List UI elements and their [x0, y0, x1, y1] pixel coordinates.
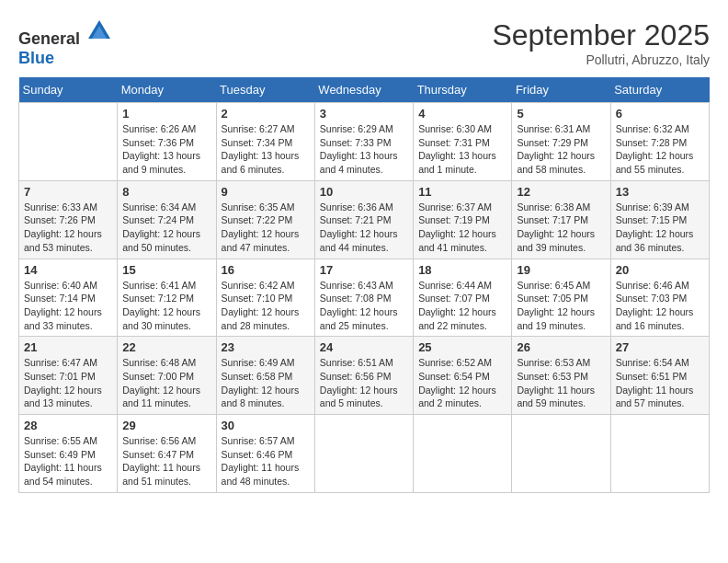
calendar-cell: 8Sunrise: 6:34 AM Sunset: 7:24 PM Daylig… — [118, 180, 216, 259]
day-info: Sunrise: 6:45 AM Sunset: 7:05 PM Dayligh… — [517, 279, 605, 333]
calendar-cell: 18Sunrise: 6:44 AM Sunset: 7:07 PM Dayli… — [414, 259, 512, 337]
day-info: Sunrise: 6:43 AM Sunset: 7:08 PM Dayligh… — [320, 279, 408, 333]
day-info: Sunrise: 6:35 AM Sunset: 7:22 PM Dayligh… — [222, 201, 310, 255]
day-info: Sunrise: 6:47 AM Sunset: 7:01 PM Dayligh… — [24, 356, 112, 410]
weekday-header: Wednesday — [314, 77, 413, 103]
day-number: 9 — [222, 185, 310, 199]
calendar-cell: 4Sunrise: 6:30 AM Sunset: 7:31 PM Daylig… — [414, 103, 512, 181]
day-info: Sunrise: 6:38 AM Sunset: 7:17 PM Dayligh… — [517, 201, 605, 255]
calendar-cell: 27Sunrise: 6:54 AM Sunset: 6:51 PM Dayli… — [610, 337, 709, 415]
calendar-week-row: 28Sunrise: 6:55 AM Sunset: 6:49 PM Dayli… — [19, 415, 710, 493]
calendar-week-row: 1Sunrise: 6:26 AM Sunset: 7:36 PM Daylig… — [19, 103, 710, 181]
day-info: Sunrise: 6:56 AM Sunset: 6:47 PM Dayligh… — [122, 434, 210, 488]
day-number: 20 — [616, 263, 704, 277]
day-info: Sunrise: 6:51 AM Sunset: 6:56 PM Dayligh… — [320, 356, 408, 410]
day-info: Sunrise: 6:37 AM Sunset: 7:19 PM Dayligh… — [418, 201, 506, 255]
calendar-cell: 24Sunrise: 6:51 AM Sunset: 6:56 PM Dayli… — [314, 337, 413, 415]
day-number: 17 — [320, 263, 408, 277]
calendar-cell: 21Sunrise: 6:47 AM Sunset: 7:01 PM Dayli… — [19, 337, 118, 415]
day-number: 28 — [24, 419, 112, 432]
day-number: 26 — [517, 340, 605, 354]
day-info: Sunrise: 6:57 AM Sunset: 6:46 PM Dayligh… — [222, 434, 310, 488]
weekday-header: Friday — [512, 77, 610, 103]
calendar-week-row: 14Sunrise: 6:40 AM Sunset: 7:14 PM Dayli… — [19, 259, 710, 337]
weekday-header: Thursday — [414, 77, 512, 103]
calendar-cell — [19, 103, 118, 181]
title-block: September 2025 Pollutri, Abruzzo, Italy — [492, 18, 710, 67]
calendar-cell — [610, 415, 709, 493]
day-number: 2 — [222, 107, 310, 121]
calendar-cell: 7Sunrise: 6:33 AM Sunset: 7:26 PM Daylig… — [19, 180, 118, 259]
calendar-cell: 10Sunrise: 6:36 AM Sunset: 7:21 PM Dayli… — [314, 180, 413, 259]
day-info: Sunrise: 6:30 AM Sunset: 7:31 PM Dayligh… — [418, 122, 506, 177]
logo: General Blue — [18, 18, 112, 68]
calendar-cell — [314, 415, 413, 493]
day-number: 19 — [517, 263, 605, 277]
day-info: Sunrise: 6:49 AM Sunset: 6:58 PM Dayligh… — [222, 356, 310, 410]
calendar-cell: 15Sunrise: 6:41 AM Sunset: 7:12 PM Dayli… — [118, 259, 216, 337]
logo-text: General Blue — [18, 18, 112, 68]
day-number: 27 — [616, 340, 704, 354]
day-number: 15 — [122, 263, 210, 277]
month-title: September 2025 — [492, 18, 710, 52]
day-info: Sunrise: 6:27 AM Sunset: 7:34 PM Dayligh… — [222, 122, 310, 177]
day-number: 13 — [616, 185, 704, 199]
calendar-cell: 2Sunrise: 6:27 AM Sunset: 7:34 PM Daylig… — [216, 103, 314, 181]
calendar-cell: 11Sunrise: 6:37 AM Sunset: 7:19 PM Dayli… — [414, 180, 512, 259]
day-info: Sunrise: 6:44 AM Sunset: 7:07 PM Dayligh… — [418, 279, 506, 333]
day-info: Sunrise: 6:52 AM Sunset: 6:54 PM Dayligh… — [418, 356, 506, 410]
day-info: Sunrise: 6:53 AM Sunset: 6:53 PM Dayligh… — [517, 356, 605, 410]
calendar-cell: 5Sunrise: 6:31 AM Sunset: 7:29 PM Daylig… — [512, 103, 610, 181]
day-number: 11 — [418, 185, 506, 199]
day-number: 1 — [122, 107, 210, 121]
calendar-cell: 14Sunrise: 6:40 AM Sunset: 7:14 PM Dayli… — [19, 259, 118, 337]
calendar-cell: 9Sunrise: 6:35 AM Sunset: 7:22 PM Daylig… — [216, 180, 314, 259]
calendar-week-row: 7Sunrise: 6:33 AM Sunset: 7:26 PM Daylig… — [19, 180, 710, 259]
day-number: 18 — [418, 263, 506, 277]
calendar-cell — [414, 415, 512, 493]
calendar-cell: 28Sunrise: 6:55 AM Sunset: 6:49 PM Dayli… — [19, 415, 118, 493]
page-header: General Blue September 2025 Pollutri, Ab… — [18, 18, 710, 68]
day-info: Sunrise: 6:26 AM Sunset: 7:36 PM Dayligh… — [122, 122, 210, 177]
calendar-cell: 19Sunrise: 6:45 AM Sunset: 7:05 PM Dayli… — [512, 259, 610, 337]
day-info: Sunrise: 6:34 AM Sunset: 7:24 PM Dayligh… — [122, 201, 210, 255]
calendar-cell — [512, 415, 610, 493]
logo-blue: Blue — [18, 49, 54, 67]
day-info: Sunrise: 6:36 AM Sunset: 7:21 PM Dayligh… — [320, 201, 408, 255]
day-number: 10 — [320, 185, 408, 199]
calendar-cell: 30Sunrise: 6:57 AM Sunset: 6:46 PM Dayli… — [216, 415, 314, 493]
day-number: 4 — [418, 107, 506, 121]
calendar-cell: 3Sunrise: 6:29 AM Sunset: 7:33 PM Daylig… — [314, 103, 413, 181]
logo-general: General — [18, 29, 80, 48]
day-info: Sunrise: 6:48 AM Sunset: 7:00 PM Dayligh… — [122, 356, 210, 410]
day-number: 16 — [222, 263, 310, 277]
weekday-header: Tuesday — [216, 77, 314, 103]
weekday-header-row: SundayMondayTuesdayWednesdayThursdayFrid… — [19, 77, 710, 103]
weekday-header: Sunday — [19, 77, 118, 103]
weekday-header: Monday — [118, 77, 216, 103]
day-info: Sunrise: 6:29 AM Sunset: 7:33 PM Dayligh… — [320, 122, 408, 177]
calendar-cell: 13Sunrise: 6:39 AM Sunset: 7:15 PM Dayli… — [610, 180, 709, 259]
calendar-cell: 26Sunrise: 6:53 AM Sunset: 6:53 PM Dayli… — [512, 337, 610, 415]
day-info: Sunrise: 6:31 AM Sunset: 7:29 PM Dayligh… — [517, 122, 605, 177]
weekday-header: Saturday — [610, 77, 709, 103]
calendar-cell: 23Sunrise: 6:49 AM Sunset: 6:58 PM Dayli… — [216, 337, 314, 415]
day-number: 24 — [320, 340, 408, 354]
calendar-cell: 16Sunrise: 6:42 AM Sunset: 7:10 PM Dayli… — [216, 259, 314, 337]
calendar-cell: 25Sunrise: 6:52 AM Sunset: 6:54 PM Dayli… — [414, 337, 512, 415]
calendar-table: SundayMondayTuesdayWednesdayThursdayFrid… — [18, 77, 710, 493]
calendar-week-row: 21Sunrise: 6:47 AM Sunset: 7:01 PM Dayli… — [19, 337, 710, 415]
day-number: 14 — [24, 263, 112, 277]
day-number: 23 — [222, 340, 310, 354]
day-info: Sunrise: 6:39 AM Sunset: 7:15 PM Dayligh… — [616, 201, 704, 255]
day-number: 12 — [517, 185, 605, 199]
day-number: 29 — [122, 419, 210, 432]
logo-icon — [86, 18, 112, 44]
calendar-cell: 20Sunrise: 6:46 AM Sunset: 7:03 PM Dayli… — [610, 259, 709, 337]
day-number: 6 — [616, 107, 704, 121]
calendar-cell: 22Sunrise: 6:48 AM Sunset: 7:00 PM Dayli… — [118, 337, 216, 415]
subtitle: Pollutri, Abruzzo, Italy — [492, 52, 710, 67]
day-info: Sunrise: 6:55 AM Sunset: 6:49 PM Dayligh… — [24, 434, 112, 488]
day-info: Sunrise: 6:42 AM Sunset: 7:10 PM Dayligh… — [222, 279, 310, 333]
day-number: 21 — [24, 340, 112, 354]
